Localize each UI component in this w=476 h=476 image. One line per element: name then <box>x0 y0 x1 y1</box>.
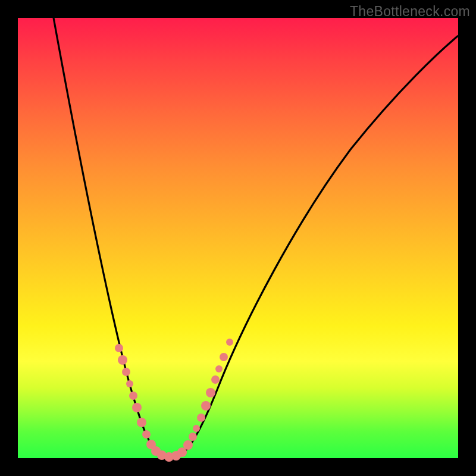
plot-area <box>18 18 458 458</box>
highlight-dot <box>206 388 215 397</box>
highlight-dot <box>201 401 211 411</box>
highlight-dot <box>132 403 142 412</box>
curve-layer <box>18 18 458 458</box>
highlight-dot <box>197 414 205 422</box>
highlight-dot <box>126 380 133 387</box>
highlight-dot <box>193 425 200 432</box>
highlight-dots-group <box>115 339 233 462</box>
watermark-text: TheBottleneck.com <box>350 4 470 20</box>
highlight-dot <box>211 375 220 384</box>
highlight-dot <box>215 365 223 372</box>
highlight-dot <box>137 418 146 427</box>
highlight-dot <box>115 344 123 352</box>
highlight-dot <box>118 355 127 365</box>
chart-frame: TheBottleneck.com <box>0 0 476 476</box>
highlight-dot <box>226 339 233 346</box>
highlight-dot <box>122 368 130 376</box>
highlight-dot <box>129 392 137 400</box>
bottleneck-curve <box>54 18 458 457</box>
highlight-dot <box>142 430 151 439</box>
highlight-dot <box>220 353 228 361</box>
highlight-dot <box>183 440 193 450</box>
highlight-dot <box>189 433 197 441</box>
